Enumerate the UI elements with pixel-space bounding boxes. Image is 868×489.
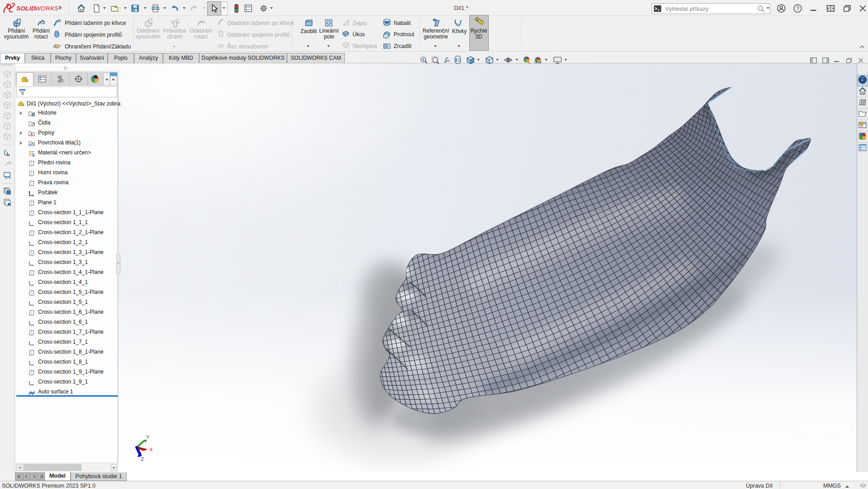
svg-text:X: X [149, 447, 153, 452]
svg-text:Y: Y [146, 434, 150, 440]
svg-text:Z: Z [141, 456, 144, 462]
